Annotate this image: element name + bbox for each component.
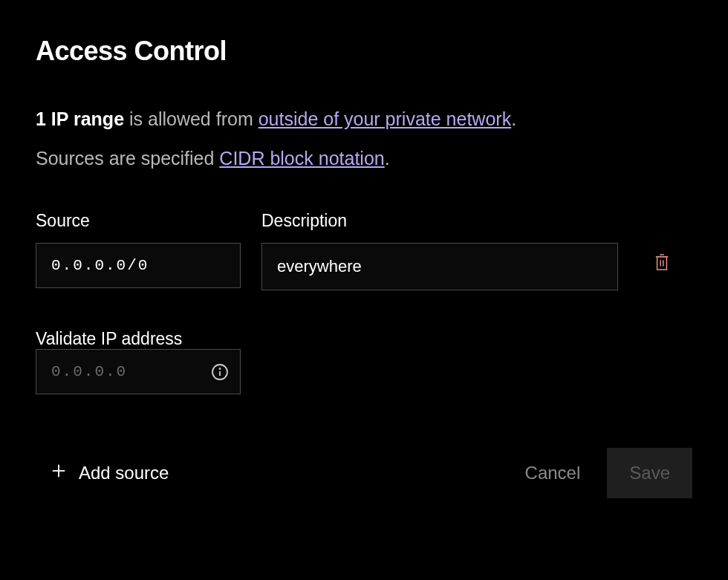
- description-field-group: Description: [261, 211, 618, 290]
- footer: Add source Cancel Save: [36, 448, 692, 498]
- ip-range-count: 1 IP range: [36, 108, 124, 129]
- validate-label: Validate IP address: [36, 329, 182, 348]
- footer-actions: Cancel Save: [522, 448, 692, 498]
- svg-rect-2: [657, 257, 667, 270]
- cidr-info: Sources are specified CIDR block notatio…: [36, 148, 692, 169]
- cancel-button[interactable]: Cancel: [522, 457, 584, 489]
- plus-icon: [51, 463, 67, 483]
- add-source-button[interactable]: Add source: [36, 455, 183, 491]
- validate-input-wrap: [36, 349, 241, 394]
- ip-range-summary: 1 IP range is allowed from outside of yo…: [36, 108, 692, 130]
- outside-network-link[interactable]: outside of your private network: [259, 108, 511, 129]
- source-label: Source: [36, 211, 241, 231]
- validate-group: Validate IP address: [36, 329, 692, 394]
- delete-row-button[interactable]: [651, 250, 673, 277]
- source-field-group: Source: [36, 211, 241, 288]
- trash-icon: [654, 252, 670, 274]
- source-input[interactable]: [36, 243, 241, 288]
- page-title: Access Control: [36, 36, 692, 67]
- description-label: Description: [261, 211, 618, 231]
- save-button[interactable]: Save: [607, 448, 692, 498]
- summary-mid-text: is allowed from: [124, 108, 259, 129]
- validate-input[interactable]: [36, 349, 241, 394]
- info-icon[interactable]: [211, 363, 229, 381]
- form-area: Source Description Validate IP address: [36, 211, 692, 498]
- cidr-prefix: Sources are specified: [36, 148, 219, 169]
- source-row: Source Description: [36, 211, 692, 290]
- cidr-link[interactable]: CIDR block notation: [219, 148, 384, 169]
- svg-point-7: [220, 368, 221, 369]
- summary-period: .: [511, 108, 516, 129]
- description-input[interactable]: [261, 243, 618, 290]
- cidr-period: .: [385, 148, 390, 169]
- add-source-label: Add source: [79, 463, 169, 483]
